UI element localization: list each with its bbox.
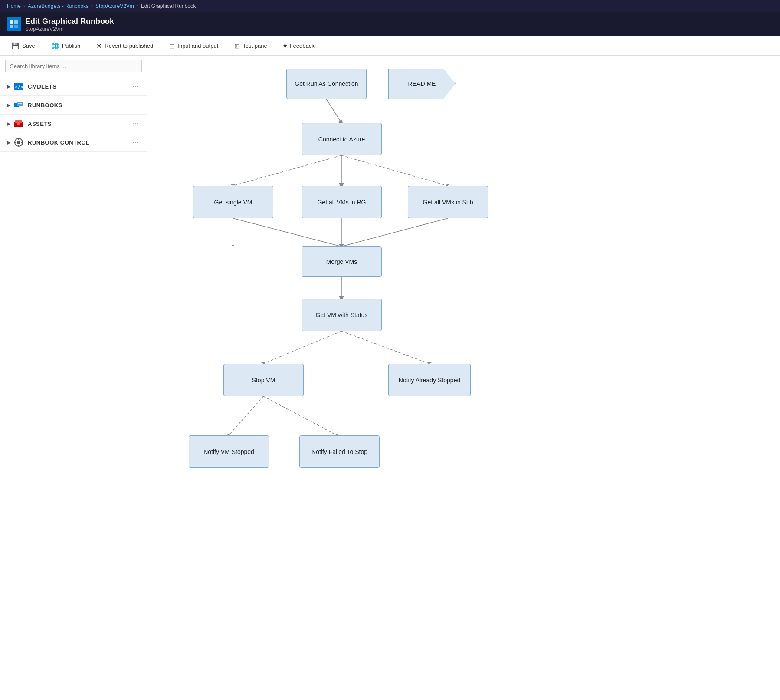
azure-logo-icon xyxy=(9,20,19,29)
sidebar-item-runbook-control[interactable]: ▶ RUNBOOK CONTROL ··· xyxy=(0,133,147,152)
app-logo xyxy=(7,17,21,31)
page-title-block: Edit Graphical Runbook StopAzureV2Vm xyxy=(25,17,114,32)
toolbar: 💾 Save 🌐 Publish ✕ Revert to published ⊟… xyxy=(0,36,780,56)
node-connect-azure[interactable]: Connect to Azure xyxy=(302,123,382,155)
search-box xyxy=(0,56,147,77)
save-button[interactable]: 💾 Save xyxy=(5,39,41,53)
sidebar-item-runbooks[interactable]: ▶ RUNBOOKS ··· xyxy=(0,96,147,115)
sidebar-item-assets[interactable]: ▶ ASSETS ··· xyxy=(0,115,147,133)
svg-text:</>: </> xyxy=(15,84,23,90)
svg-rect-2 xyxy=(10,25,13,28)
svg-rect-1 xyxy=(14,20,18,24)
svg-line-28 xyxy=(341,218,448,246)
node-get-vm-status[interactable]: Get VM with Status xyxy=(302,299,382,331)
feedback-button[interactable]: ♥ Feedback xyxy=(277,39,321,52)
breadcrumb-home[interactable]: Home xyxy=(7,3,21,9)
svg-line-36 xyxy=(229,396,263,435)
node-notify-vm-stopped[interactable]: Notify VM Stopped xyxy=(189,435,269,468)
node-read-me[interactable]: READ ME xyxy=(388,69,456,99)
node-merge-vms[interactable]: Merge VMs xyxy=(302,246,382,277)
svg-line-26 xyxy=(233,218,341,246)
test-pane-icon: ⊞ xyxy=(234,42,240,50)
breadcrumb: Home › AzureBudgets - Runbooks › StopAzu… xyxy=(0,0,780,12)
top-bar: Edit Graphical Runbook StopAzureV2Vm xyxy=(0,12,780,36)
node-notify-already-stopped[interactable]: Notify Already Stopped xyxy=(388,364,471,396)
runbooks-more-button[interactable]: ··· xyxy=(131,100,140,110)
canvas-area[interactable]: Get Run As Connection READ ME Connect to… xyxy=(147,56,780,700)
toolbar-separator-3 xyxy=(161,41,161,51)
test-pane-button[interactable]: ⊞ Test pane xyxy=(228,39,273,53)
toolbar-separator-5 xyxy=(275,41,275,51)
svg-line-23 xyxy=(341,155,448,186)
runbooks-label: RUNBOOKS xyxy=(28,102,131,108)
svg-line-33 xyxy=(341,331,429,364)
svg-rect-12 xyxy=(15,120,22,123)
assets-icon xyxy=(14,119,23,128)
breadcrumb-current: Edit Graphical Runbook xyxy=(141,3,196,9)
cmdlets-more-button[interactable]: ··· xyxy=(131,82,140,91)
revert-icon: ✕ xyxy=(96,42,102,50)
input-output-button[interactable]: ⊟ Input and output xyxy=(163,39,224,53)
feedback-icon: ♥ xyxy=(283,42,287,49)
svg-rect-13 xyxy=(17,123,20,125)
publish-icon: 🌐 xyxy=(51,42,59,50)
svg-line-37 xyxy=(263,396,337,435)
node-notify-failed-to-stop[interactable]: Notify Failed To Stop xyxy=(299,435,380,468)
node-get-all-vms-sub[interactable]: Get all VMs in Sub xyxy=(408,186,488,218)
toolbar-separator-1 xyxy=(43,41,43,51)
main-layout: ▶ </> CMDLETS ··· ▶ RUNBO xyxy=(0,56,780,700)
runbooks-expand-icon: ▶ xyxy=(7,102,10,108)
runbook-control-icon xyxy=(14,138,23,147)
svg-line-20 xyxy=(326,99,341,123)
revert-button[interactable]: ✕ Revert to published xyxy=(90,39,159,53)
page-sub-title: StopAzureV2Vm xyxy=(25,26,114,32)
page-main-title: Edit Graphical Runbook xyxy=(25,17,114,26)
search-input[interactable] xyxy=(5,60,142,72)
svg-rect-0 xyxy=(10,20,13,24)
runbooks-icon xyxy=(14,100,23,110)
svg-marker-30 xyxy=(231,245,235,246)
sidebar: ▶ </> CMDLETS ··· ▶ RUNBO xyxy=(0,56,147,700)
save-icon: 💾 xyxy=(11,42,20,50)
toolbar-separator-4 xyxy=(226,41,226,51)
input-output-icon: ⊟ xyxy=(169,42,175,50)
node-stop-vm[interactable]: Stop VM xyxy=(223,364,304,396)
assets-expand-icon: ▶ xyxy=(7,121,10,127)
node-get-all-vms-rg[interactable]: Get all VMs in RG xyxy=(302,186,382,218)
toolbar-separator-2 xyxy=(88,41,88,51)
cmdlets-icon: </> xyxy=(14,82,23,91)
publish-button[interactable]: 🌐 Publish xyxy=(45,39,87,53)
node-get-single-vm[interactable]: Get single VM xyxy=(193,186,273,218)
svg-line-21 xyxy=(233,155,341,186)
svg-line-32 xyxy=(263,331,341,364)
assets-label: ASSETS xyxy=(28,121,131,127)
cmdlets-label: CMDLETS xyxy=(28,83,131,90)
breadcrumb-runbook[interactable]: StopAzureV2Vm xyxy=(95,3,134,9)
svg-rect-3 xyxy=(14,25,18,28)
svg-point-15 xyxy=(17,141,20,144)
runbook-control-label: RUNBOOK CONTROL xyxy=(28,139,131,146)
runbook-control-expand-icon: ▶ xyxy=(7,140,10,145)
assets-more-button[interactable]: ··· xyxy=(131,119,140,128)
runbook-control-more-button[interactable]: ··· xyxy=(131,138,140,147)
breadcrumb-runbooks[interactable]: AzureBudgets - Runbooks xyxy=(28,3,88,9)
canvas: Get Run As Connection READ ME Connect to… xyxy=(147,56,755,700)
node-get-run-as[interactable]: Get Run As Connection xyxy=(286,69,367,99)
cmdlets-expand-icon: ▶ xyxy=(7,84,10,89)
sidebar-item-cmdlets[interactable]: ▶ </> CMDLETS ··· xyxy=(0,77,147,96)
